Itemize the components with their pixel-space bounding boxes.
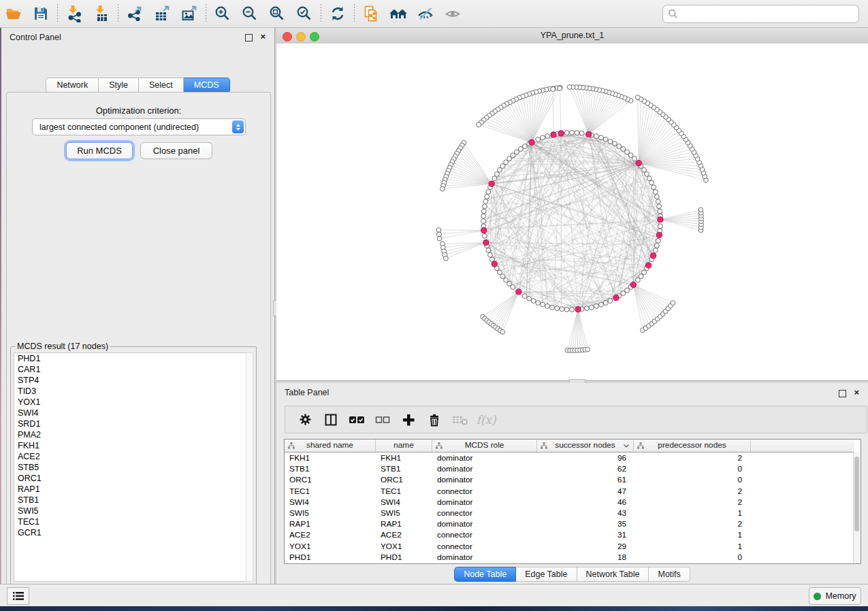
graph-node[interactable] xyxy=(564,307,569,312)
table-scrollbar[interactable] xyxy=(853,452,861,563)
mcds-result-item[interactable]: YOX1 xyxy=(14,397,246,408)
graph-node[interactable] xyxy=(486,190,491,195)
tab-style[interactable]: Style xyxy=(99,78,139,93)
graph-node[interactable] xyxy=(522,144,527,149)
graph-node[interactable] xyxy=(485,195,489,199)
graph-node[interactable] xyxy=(489,181,494,186)
zoom-out-button[interactable] xyxy=(236,2,263,25)
column-header-name[interactable]: name xyxy=(376,440,432,452)
zoom-in-button[interactable] xyxy=(209,2,236,25)
mcds-result-item[interactable]: TID3 xyxy=(14,386,246,397)
graph-node[interactable] xyxy=(551,87,556,92)
graph-node[interactable] xyxy=(632,156,637,161)
graph-node[interactable] xyxy=(575,131,579,135)
graph-node[interactable] xyxy=(536,137,541,142)
show-panels-button[interactable] xyxy=(7,587,29,605)
graph-node[interactable] xyxy=(504,278,509,282)
graph-node[interactable] xyxy=(636,278,641,282)
table-row[interactable]: ORC1ORC1dominator610 xyxy=(285,474,854,485)
graph-node[interactable] xyxy=(558,86,562,90)
graph-node[interactable] xyxy=(527,296,532,301)
delete-column-button[interactable] xyxy=(447,409,473,431)
graph-node[interactable] xyxy=(570,308,575,312)
graph-node[interactable] xyxy=(481,209,486,214)
graph-node[interactable] xyxy=(656,199,660,204)
graph-node[interactable] xyxy=(621,291,626,296)
graph-node[interactable] xyxy=(481,227,487,233)
graph-node[interactable] xyxy=(671,301,675,306)
network-graph[interactable] xyxy=(276,44,868,380)
float-panel-icon[interactable] xyxy=(839,390,846,397)
graph-node[interactable] xyxy=(656,239,660,244)
graph-node[interactable] xyxy=(658,217,663,222)
graph-node[interactable] xyxy=(642,167,647,172)
import-network-button[interactable] xyxy=(61,2,88,25)
mcds-result-item[interactable]: STP4 xyxy=(14,375,246,386)
export-image-button[interactable] xyxy=(176,2,203,25)
graph-node[interactable] xyxy=(570,131,575,135)
graph-node[interactable] xyxy=(477,122,481,127)
graph-node[interactable] xyxy=(575,307,581,312)
graph-node[interactable] xyxy=(436,228,441,233)
graph-node[interactable] xyxy=(647,176,652,181)
graph-node[interactable] xyxy=(599,302,604,307)
table-row[interactable]: TEC1TEC1connector472 xyxy=(285,486,854,497)
graph-node[interactable] xyxy=(645,171,649,176)
save-session-button[interactable] xyxy=(27,2,54,25)
graph-node[interactable] xyxy=(437,232,442,237)
mcds-result-item[interactable]: TEC1 xyxy=(14,516,246,527)
graph-node[interactable] xyxy=(541,135,545,140)
graph-node[interactable] xyxy=(653,248,658,253)
column-header-mcds-role[interactable]: MCDS role xyxy=(432,440,537,452)
graph-node[interactable] xyxy=(586,131,592,137)
export-table-button[interactable] xyxy=(148,2,176,25)
mcds-result-item[interactable]: PMA2 xyxy=(14,429,246,440)
graph-node[interactable] xyxy=(628,153,633,158)
close-panel-icon[interactable]: × xyxy=(260,32,266,42)
graph-node[interactable] xyxy=(498,270,502,275)
graph-node[interactable] xyxy=(599,135,604,140)
graph-node[interactable] xyxy=(612,142,617,146)
add-row-button[interactable] xyxy=(396,409,421,431)
table-row[interactable]: PHD1PHD1dominator180 xyxy=(285,552,854,563)
graph-node[interactable] xyxy=(551,132,556,137)
select-all-button[interactable] xyxy=(344,409,370,431)
graph-node[interactable] xyxy=(657,204,662,209)
refresh-button[interactable] xyxy=(324,2,351,25)
graph-node[interactable] xyxy=(630,282,636,287)
graph-node[interactable] xyxy=(625,288,630,293)
export-network-button[interactable] xyxy=(121,2,148,25)
graph-node[interactable] xyxy=(515,150,519,154)
mcds-result-item[interactable]: PHD1 xyxy=(14,353,246,364)
mcds-result-item[interactable]: SWI4 xyxy=(14,408,246,418)
graph-node[interactable] xyxy=(498,167,502,172)
float-panel-icon[interactable] xyxy=(245,34,253,42)
optimization-criterion-select[interactable]: largest connected component (undirected) xyxy=(32,118,246,135)
graph-node[interactable] xyxy=(536,301,541,306)
graph-node[interactable] xyxy=(440,186,445,191)
close-panel-button[interactable]: Close panel xyxy=(140,142,212,159)
graph-node[interactable] xyxy=(486,248,491,253)
graph-node[interactable] xyxy=(518,147,523,152)
graph-node[interactable] xyxy=(639,274,643,279)
graph-node[interactable] xyxy=(636,161,641,166)
mcds-result-item[interactable]: SWI5 xyxy=(14,506,246,516)
graph-node[interactable] xyxy=(500,329,505,334)
graph-node[interactable] xyxy=(550,305,555,310)
graph-node[interactable] xyxy=(655,244,660,248)
graph-node[interactable] xyxy=(585,347,590,352)
graph-node[interactable] xyxy=(492,176,497,181)
graph-node[interactable] xyxy=(590,305,594,310)
graph-node[interactable] xyxy=(482,233,487,238)
graph-node[interactable] xyxy=(642,270,647,275)
table-row[interactable]: FKH1FKH1dominator962 xyxy=(285,452,854,463)
graph-node[interactable] xyxy=(531,299,536,303)
first-neighbors-button[interactable] xyxy=(385,2,412,25)
zoom-fit-button[interactable] xyxy=(263,2,291,25)
graph-node[interactable] xyxy=(635,95,640,100)
delete-button[interactable] xyxy=(421,409,447,431)
graph-node[interactable] xyxy=(483,240,489,245)
memory-button[interactable]: Memory xyxy=(809,587,861,605)
open-file-button[interactable] xyxy=(0,2,27,25)
graph-node[interactable] xyxy=(545,304,550,309)
